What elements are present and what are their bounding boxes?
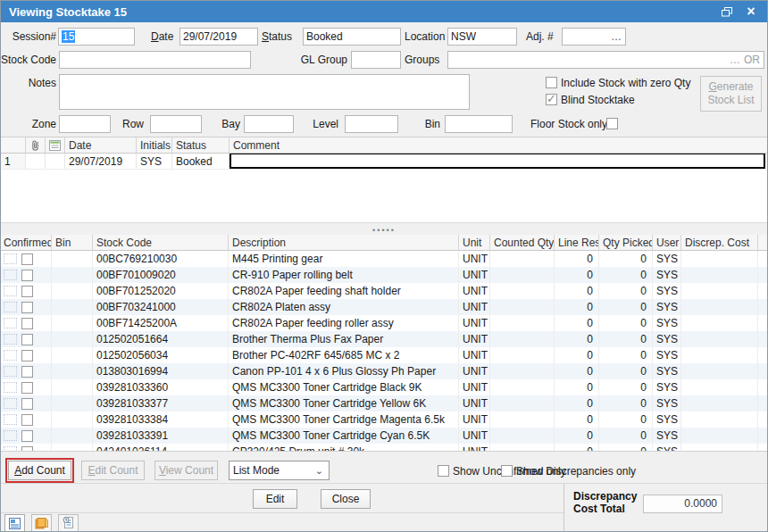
date-column-header[interactable]: Date: [65, 137, 137, 153]
form-view-icon[interactable]: [4, 514, 25, 532]
status-column-header[interactable]: Status: [172, 137, 230, 153]
stock-code-column-header[interactable]: Stock Code: [93, 235, 229, 250]
counted-qty-column-header[interactable]: Counted Qty: [490, 235, 555, 250]
confirmed-cell: [1, 347, 52, 363]
memo-icon[interactable]: [46, 137, 65, 153]
adj-ellipsis-button[interactable]: …: [611, 29, 622, 45]
confirmed-checkbox[interactable]: [21, 334, 33, 345]
attachment-icon[interactable]: [26, 137, 46, 153]
discrepancy-total-label: Discrepancy Cost Total: [573, 490, 637, 515]
level-input[interactable]: [345, 115, 398, 133]
confirmed-checkbox[interactable]: [21, 254, 33, 265]
notes-textarea[interactable]: [59, 74, 470, 110]
session-row[interactable]: 1 29/07/2019 SYS Booked: [1, 154, 767, 170]
table-row[interactable]: 039281033377QMS MC3300 Toner Cartridge Y…: [1, 395, 767, 411]
bin-cell: [52, 444, 93, 451]
session-comment-cell[interactable]: [230, 154, 767, 169]
row-number-header[interactable]: [1, 137, 26, 153]
table-row[interactable]: 00BC769210030M445 Printing gearUNIT00SYS: [1, 251, 767, 267]
table-row[interactable]: 039281033391QMS MC3300 Toner Cartridge C…: [1, 428, 767, 444]
confirmed-checkbox[interactable]: [21, 302, 33, 313]
unit-column-header[interactable]: Unit: [459, 235, 490, 250]
session-input[interactable]: 15: [58, 28, 135, 46]
bin-cell: [52, 347, 93, 363]
table-row[interactable]: 012502056034Brother PC-402RF 645/685 MC …: [1, 347, 767, 363]
user-column-header[interactable]: User: [653, 235, 681, 250]
view-count-button[interactable]: View Count: [154, 461, 218, 480]
add-count-button[interactable]: Add Count: [8, 461, 71, 480]
confirmed-checkbox[interactable]: [21, 414, 33, 426]
blind-stocktake-checkbox[interactable]: [546, 94, 557, 105]
attachment-cell: [26, 154, 46, 169]
close-button[interactable]: Close: [321, 489, 371, 509]
include-zero-checkbox[interactable]: [546, 77, 557, 88]
confirmed-checkbox[interactable]: [21, 350, 33, 362]
close-icon[interactable]: ×: [740, 1, 767, 22]
edit-count-button[interactable]: Edit Count: [81, 461, 145, 480]
stock-code-cell: 013803016994: [93, 363, 229, 379]
confirmed-checkbox[interactable]: [21, 382, 33, 394]
user-cell: SYS: [653, 363, 681, 379]
counted-qty-cell: [490, 428, 555, 444]
groups-ellipsis-button[interactable]: …: [730, 52, 740, 68]
discrep-cost-cell: [681, 315, 758, 331]
description-cell: QMS MC3300 Toner Cartridge Yellow 6K: [229, 395, 459, 411]
description-cell: QMS MC3300 Toner Cartridge Black 9K: [229, 379, 459, 395]
stock-code-label: Stock Code: [1, 51, 56, 69]
bin-input[interactable]: [445, 115, 513, 133]
user-cell: SYS: [653, 251, 681, 267]
show-unconfirmed-checkbox[interactable]: [438, 465, 449, 477]
edit-button[interactable]: Edit: [253, 489, 297, 509]
gl-group-input[interactable]: [351, 51, 401, 69]
grid-splitter[interactable]: •••••: [1, 222, 767, 235]
show-discrepancies-checkbox[interactable]: [501, 465, 513, 477]
notes-label: Notes: [1, 74, 56, 92]
comment-edit-cell[interactable]: [230, 154, 765, 169]
description-column-header[interactable]: Description: [229, 235, 459, 250]
bin-cell: [52, 283, 93, 299]
confirmed-checkbox[interactable]: [21, 270, 33, 281]
table-row[interactable]: 039281033360QMS MC3300 Toner Cartridge B…: [1, 379, 767, 395]
table-row[interactable]: 042401026114CP320/425 Drum unit # 30kUNI…: [1, 444, 767, 451]
row-input[interactable]: [150, 115, 202, 133]
qty-picked-column-header[interactable]: Qty Picked: [599, 235, 653, 250]
document-history-icon[interactable]: [58, 514, 79, 532]
bin-column-header[interactable]: Bin: [52, 235, 93, 250]
confirmed-cell: [1, 363, 52, 379]
confirmed-checkbox[interactable]: [21, 366, 33, 378]
table-row[interactable]: 039281033384QMS MC3300 Toner Cartridge M…: [1, 411, 767, 428]
discrep-cost-cell: [681, 283, 758, 299]
confirmed-checkbox[interactable]: [21, 318, 33, 329]
adj-input[interactable]: …: [562, 28, 626, 46]
groups-input[interactable]: … OR: [447, 51, 764, 69]
table-row[interactable]: 012502051664Brother Therma Plus Fax Pape…: [1, 331, 767, 347]
mode-select[interactable]: List Mode ⌄: [229, 461, 330, 480]
table-row[interactable]: 013803016994Canon PP-101 4 x 6 Plus Glos…: [1, 363, 767, 379]
confirmed-checkbox[interactable]: [21, 430, 33, 442]
location-label: Location: [405, 28, 445, 46]
floor-stock-checkbox[interactable]: [606, 118, 618, 129]
table-row[interactable]: 00BF703241000CR802A Platen assyUNIT00SYS: [1, 299, 767, 315]
status-input[interactable]: Booked: [303, 28, 401, 46]
restore-icon[interactable]: [714, 1, 740, 22]
date-input[interactable]: 29/07/2019: [179, 28, 258, 46]
discrep-cost-column-header[interactable]: Discrep. Cost: [681, 235, 758, 250]
line-res-column-header[interactable]: Line Res.: [555, 235, 599, 250]
confirmed-checkbox[interactable]: [21, 286, 33, 297]
confirmed-cell: [1, 299, 52, 315]
bin-cell: [52, 267, 93, 283]
copy-pages-icon[interactable]: [31, 514, 52, 532]
comment-column-header[interactable]: Comment: [230, 137, 767, 153]
initials-column-header[interactable]: Initials: [137, 137, 172, 153]
confirmed-checkbox[interactable]: [21, 398, 33, 410]
table-row[interactable]: 00BF71425200ACR802A Paper feeding roller…: [1, 315, 767, 331]
include-zero-label: Include Stock with zero Qty: [561, 77, 690, 89]
table-row[interactable]: 00BF701009020CR-910 Paper rolling beltUN…: [1, 267, 767, 283]
user-cell: SYS: [653, 444, 681, 451]
table-row[interactable]: 00BF701252020CR802A Paper feeding shaft …: [1, 283, 767, 299]
bay-input[interactable]: [244, 115, 294, 133]
generate-stock-list-button[interactable]: Generate Stock List: [700, 76, 762, 112]
stock-code-input[interactable]: [59, 51, 251, 69]
location-input[interactable]: NSW: [447, 28, 517, 46]
confirmed-column-header[interactable]: Confirmed: [1, 235, 52, 250]
